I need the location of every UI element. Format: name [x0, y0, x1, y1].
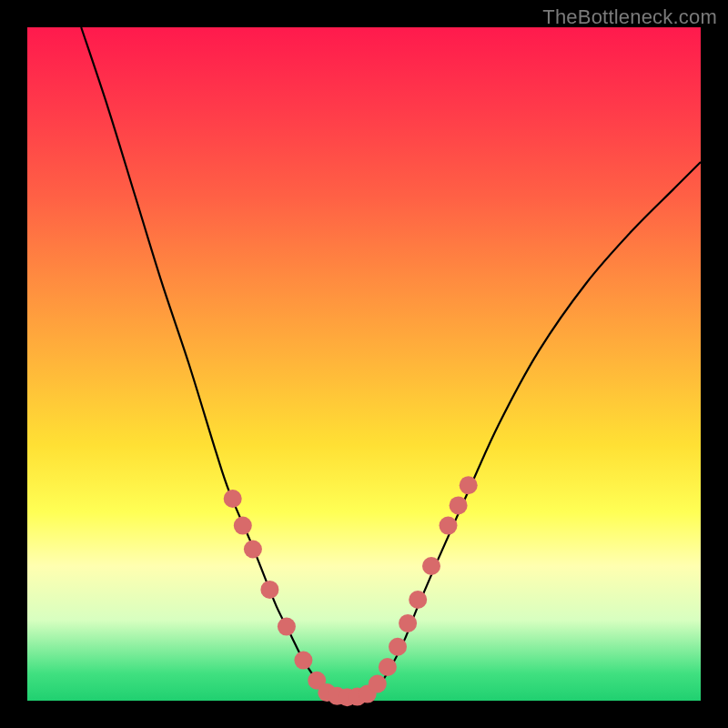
data-marker: [294, 652, 312, 670]
data-marker: [369, 675, 387, 693]
data-marker: [224, 490, 242, 508]
data-marker: [422, 557, 440, 575]
data-marker: [244, 541, 262, 559]
data-marker: [409, 591, 427, 609]
data-marker: [399, 614, 417, 632]
chart-frame: TheBottleneck.com: [0, 0, 728, 728]
data-marker: [450, 496, 468, 514]
data-marker: [260, 581, 278, 599]
chart-overlay: [27, 27, 701, 701]
data-marker: [278, 618, 296, 636]
data-marker: [379, 658, 397, 676]
data-marker: [440, 517, 458, 535]
marker-group: [224, 476, 478, 706]
data-marker: [234, 517, 252, 535]
data-marker: [389, 638, 407, 656]
curve-right: [364, 162, 701, 695]
data-marker: [460, 476, 478, 494]
watermark-text: TheBottleneck.com: [542, 5, 717, 29]
curve-left: [81, 27, 330, 695]
curve-group: [81, 27, 701, 697]
